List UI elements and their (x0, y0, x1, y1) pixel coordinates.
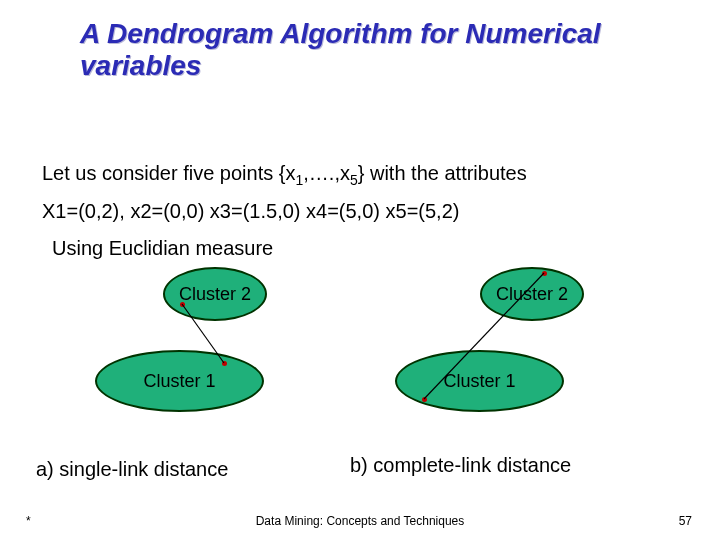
dot-right-top (542, 271, 547, 276)
caption-single-link: a) single-link distance (36, 458, 228, 481)
intro1-c: } with the attributes (358, 162, 527, 184)
cluster2-left: Cluster 2 (163, 267, 267, 321)
cluster2-left-label: Cluster 2 (179, 285, 251, 304)
dot-right-bottom (422, 397, 427, 402)
cluster1-right-label: Cluster 1 (443, 372, 515, 391)
intro-text-3: Using Euclidian measure (52, 232, 273, 264)
slide-title: A Dendrogram Algorithm for Numerical var… (80, 18, 680, 82)
dot-left-top (180, 302, 185, 307)
cluster1-left-label: Cluster 1 (143, 372, 215, 391)
intro-text-2: X1=(0,2), x2=(0,0) x3=(1.5,0) x4=(5,0) x… (42, 195, 459, 227)
cluster2-right: Cluster 2 (480, 267, 584, 321)
sub-5: 5 (350, 172, 358, 188)
intro1-b: ,….,x (303, 162, 350, 184)
intro-text-1: Let us consider five points {x1,….,x5} w… (42, 157, 527, 191)
cluster1-right: Cluster 1 (395, 350, 564, 412)
cluster2-right-label: Cluster 2 (496, 285, 568, 304)
diagram-area: Cluster 2 Cluster 1 Cluster 2 Cluster 1 (0, 265, 720, 445)
cluster1-left: Cluster 1 (95, 350, 264, 412)
dot-left-bottom (222, 361, 227, 366)
footer-source: Data Mining: Concepts and Techniques (0, 514, 720, 528)
page-number: 57 (679, 514, 692, 528)
intro1-a: Let us consider five points {x (42, 162, 295, 184)
caption-complete-link: b) complete-link distance (350, 454, 571, 477)
